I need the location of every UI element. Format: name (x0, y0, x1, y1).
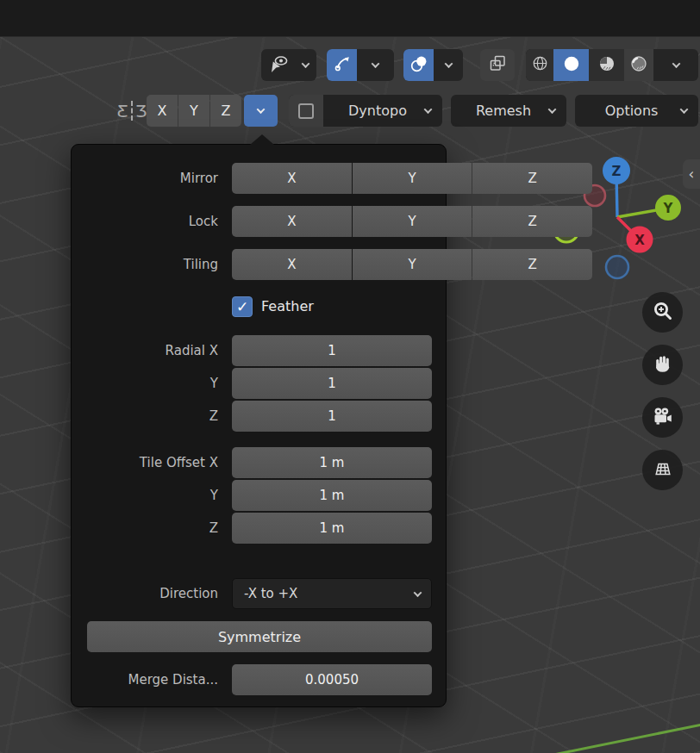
popover-arrow (250, 134, 274, 145)
lock-z-toggle[interactable]: Z (472, 206, 592, 237)
mirror-y-toggle[interactable]: Y (353, 163, 472, 194)
radial-x-field[interactable]: 1 (232, 335, 432, 366)
symmetry-axis-toggle-group: X Y Z (147, 95, 241, 127)
symmetry-y-toggle[interactable]: Y (178, 95, 209, 127)
symmetry-butterfly-icon: Ƹ Ʒ (116, 95, 148, 127)
symmetry-popover-panel: Mirror X Y Z Lock X Y Z Tiling X Y Z ✓ F… (71, 144, 447, 707)
feather-row: ✓ Feather (72, 296, 432, 318)
radial-z-label: Z (72, 401, 218, 432)
tiling-y-toggle[interactable]: Y (353, 249, 472, 280)
chevron-down-icon (257, 105, 266, 114)
shading-mode-group (526, 49, 698, 81)
direction-select[interactable]: -X to +X (232, 578, 432, 609)
orthographic-toggle-button[interactable] (642, 450, 683, 490)
merge-distance-label: Merge Dista... (72, 664, 218, 695)
feather-checkbox[interactable]: ✓ (232, 296, 253, 317)
chevron-down-icon (444, 59, 453, 68)
symmetry-x-toggle[interactable]: X (147, 95, 178, 127)
object-visibility-button[interactable] (261, 49, 295, 81)
tile-offset-x-row: Tile Offset X 1 m (72, 447, 432, 478)
xray-group (480, 49, 515, 81)
eye-cursor-icon (268, 54, 289, 77)
chevron-left-icon: ‹ (689, 165, 695, 183)
tiling-z-toggle[interactable]: Z (472, 249, 592, 280)
pan-button[interactable] (642, 345, 683, 385)
tile-offset-z-row: Z 1 m (72, 513, 432, 544)
sidebar-toggle-tab[interactable]: ‹ (683, 159, 700, 189)
overlays-group (403, 49, 463, 81)
camera-view-button[interactable] (642, 397, 683, 438)
mirror-axis-group: X Y Z (232, 163, 592, 194)
perspective-grid-icon (652, 457, 674, 483)
tile-offset-y-label: Y (72, 480, 218, 511)
magnifier-plus-icon (652, 300, 674, 326)
zoom-button[interactable] (642, 292, 683, 333)
movie-camera-icon (651, 405, 674, 431)
merge-distance-row: Merge Dista... 0.00050 (72, 664, 432, 695)
options-dropdown[interactable]: Options (575, 95, 698, 127)
feather-label: Feather (261, 296, 314, 317)
tile-offset-x-label: Tile Offset X (72, 447, 218, 478)
symmetry-z-toggle[interactable]: Z (210, 95, 241, 127)
radial-y-field[interactable]: 1 (232, 368, 432, 399)
mirror-z-toggle[interactable]: Z (472, 163, 592, 194)
shading-dropdown[interactable] (653, 49, 698, 81)
y-axis-floor-line (386, 715, 700, 753)
remesh-label: Remesh (451, 103, 549, 119)
tile-offset-z-label: Z (72, 513, 218, 544)
symmetrize-button[interactable]: Symmetrize (87, 621, 432, 652)
rendered-sphere-icon (630, 55, 647, 76)
tile-offset-x-field[interactable]: 1 m (232, 447, 432, 478)
radial-z-row: Z 1 (72, 401, 432, 432)
dyntopo-group: Dyntopo (289, 95, 442, 127)
tiling-label: Tiling (72, 249, 218, 280)
chevron-down-icon (424, 105, 433, 114)
lock-x-toggle[interactable]: X (232, 206, 352, 237)
shading-material-button[interactable] (589, 49, 624, 81)
lock-y-toggle[interactable]: Y (353, 206, 472, 237)
material-sphere-icon (598, 55, 616, 76)
options-label: Options (575, 103, 681, 119)
overlays-dropdown[interactable] (434, 49, 463, 81)
chevron-down-icon (372, 59, 380, 68)
show-gizmos-toggle[interactable] (327, 49, 357, 81)
radial-x-row: Radial X 1 (72, 335, 432, 366)
radial-y-row: Y 1 (72, 368, 432, 399)
checkmark-icon: ✓ (236, 298, 248, 315)
shading-wireframe-button[interactable] (526, 49, 553, 81)
symmetry-options-dropdown[interactable] (244, 95, 278, 127)
chevron-down-icon (302, 59, 310, 68)
object-visibility-dropdown[interactable] (295, 49, 316, 81)
tiling-axis-group: X Y Z (232, 249, 592, 280)
shading-rendered-button[interactable] (624, 49, 653, 81)
gizmo-z-label: Z (612, 164, 622, 179)
radial-z-field[interactable]: 1 (232, 401, 432, 432)
checkbox-unchecked-icon (298, 103, 314, 119)
toggle-xray-button[interactable] (480, 49, 515, 81)
lock-row: Lock X Y Z (72, 206, 432, 237)
direction-value: -X to +X (233, 586, 415, 601)
merge-distance-field[interactable]: 0.00050 (232, 664, 432, 695)
mirror-x-toggle[interactable]: X (232, 163, 352, 194)
wireframe-globe-icon (532, 55, 548, 75)
show-overlays-toggle[interactable] (403, 49, 434, 81)
shading-solid-button[interactable] (553, 49, 589, 81)
lock-axis-group: X Y Z (232, 206, 592, 237)
remesh-dropdown[interactable]: Remesh (451, 95, 566, 127)
object-visibility-group (261, 49, 316, 81)
tile-offset-y-field[interactable]: 1 m (232, 480, 432, 511)
tile-offset-z-field[interactable]: 1 m (232, 513, 432, 544)
gizmos-group (327, 49, 394, 81)
dyntopo-checkbox[interactable] (289, 95, 323, 127)
gizmo-x-label: X (634, 233, 645, 248)
gizmos-dropdown[interactable] (357, 49, 394, 81)
tiling-x-toggle[interactable]: X (232, 249, 352, 280)
dyntopo-label: Dyntopo (323, 103, 425, 119)
radial-x-label: Radial X (72, 335, 218, 366)
chevron-down-icon (680, 105, 689, 114)
symmetrize-label: Symmetrize (218, 629, 301, 645)
tile-offset-y-row: Y 1 m (72, 480, 432, 511)
gizmo-y-label: Y (663, 201, 674, 216)
radial-y-label: Y (72, 368, 218, 399)
gizmo-minus-z-ball[interactable] (606, 256, 628, 278)
